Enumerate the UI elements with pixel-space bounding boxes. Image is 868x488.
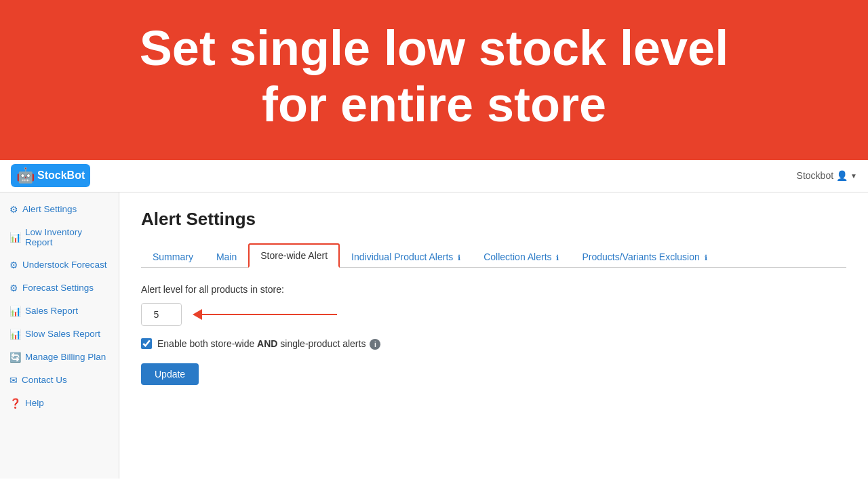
sidebar-item-contact-us[interactable]: ✉ Contact Us [0,369,119,392]
tab-summary[interactable]: Summary [141,245,205,268]
chevron-down-icon: ▼ [850,172,857,180]
sidebar-item-manage-billing-plan[interactable]: 🔄 Manage Billing Plan [0,346,119,369]
sidebar-item-label: Contact Us [22,375,67,385]
arrow-indicator [193,309,337,320]
arrow-line [201,314,337,315]
sidebar-item-label: Forecast Settings [22,283,94,293]
tab-main[interactable]: Main [205,245,248,268]
tab-main-label: Main [216,251,237,262]
sidebar-item-label: Sales Report [25,306,78,316]
main-layout: ⚙ Alert Settings 📊 Low Inventory Report … [0,192,868,479]
info-icon: ℹ [458,253,460,262]
logo-area[interactable]: 🤖 StockBot [11,164,90,187]
bar-chart-icon: 📊 [9,306,21,317]
sidebar-item-label: Low Inventory Report [25,227,109,247]
info-icon: ℹ [705,253,707,262]
help-icon: ❓ [9,398,21,409]
label-bold: AND [257,338,277,349]
tab-products-variants-exclusion-label: Products/Variants Exclusion [582,251,699,262]
content-area: Alert Settings Summary Main Store-wide A… [119,192,868,479]
gear-icon: ⚙ [9,204,18,215]
store-wide-alert-form: Alert level for all products in store: E… [141,284,846,386]
sidebar-item-label: Understock Forecast [22,260,107,270]
arrow-head-icon [193,309,202,320]
sidebar-item-forecast-settings[interactable]: ⚙ Forecast Settings [0,277,119,300]
robot-icon: 🤖 [16,167,35,184]
logo-text: StockBot [37,169,85,182]
sidebar-item-label: Alert Settings [22,204,77,214]
tab-products-variants-exclusion[interactable]: Products/Variants Exclusion ℹ [570,245,718,268]
user-menu[interactable]: Stockbot 👤 ▼ [797,170,857,181]
sidebar-item-understock-forecast[interactable]: ⚙ Understock Forecast [0,253,119,277]
logo[interactable]: 🤖 StockBot [11,164,90,187]
tab-collection-alerts[interactable]: Collection Alerts ℹ [472,245,570,268]
sidebar-item-sales-report[interactable]: 📊 Sales Report [0,300,119,323]
sidebar-item-label: Help [25,398,44,408]
top-nav: 🤖 StockBot Stockbot 👤 ▼ [0,160,868,192]
alert-level-input[interactable] [141,303,182,326]
tabs: Summary Main Store-wide Alert Individual… [141,243,846,268]
tab-individual-product-alerts-label: Individual Product Alerts [351,251,453,262]
mail-icon: ✉ [9,375,18,386]
enable-both-alerts-row: Enable both store-wide AND single-produc… [141,338,846,350]
input-arrow-row [141,303,846,326]
sidebar-item-slow-sales-report[interactable]: 📊 Slow Sales Report [0,323,119,346]
hero-text: Set single low stock level for entire st… [14,20,854,133]
info-icon[interactable]: i [370,339,380,350]
sidebar-item-help[interactable]: ❓ Help [0,392,119,415]
hero-banner: Set single low stock level for entire st… [0,0,868,160]
info-icon: ℹ [556,253,559,262]
user-label: Stockbot [797,170,833,181]
gear-icon: ⚙ [9,283,18,293]
refresh-icon: 🔄 [9,352,21,363]
enable-both-alerts-label[interactable]: Enable both store-wide AND single-produc… [157,338,380,350]
alert-level-label: Alert level for all products in store: [141,284,846,295]
tab-collection-alerts-label: Collection Alerts [484,251,551,262]
page-title: Alert Settings [141,209,846,230]
update-button[interactable]: Update [141,363,199,385]
tab-store-wide-alert[interactable]: Store-wide Alert [248,243,340,268]
sidebar-item-low-inventory-report[interactable]: 📊 Low Inventory Report [0,221,119,253]
label-suffix: single-product alerts [280,338,366,349]
tab-summary-label: Summary [153,251,193,262]
sidebar-item-label: Manage Billing Plan [25,352,106,362]
gear-icon: ⚙ [9,260,18,270]
tab-individual-product-alerts[interactable]: Individual Product Alerts ℹ [340,245,472,268]
user-icon: 👤 [836,170,848,181]
sidebar: ⚙ Alert Settings 📊 Low Inventory Report … [0,192,119,479]
tab-store-wide-alert-label: Store-wide Alert [260,250,328,261]
sidebar-item-alert-settings[interactable]: ⚙ Alert Settings [0,198,119,221]
enable-both-alerts-checkbox[interactable] [141,338,152,349]
bar-chart-icon: 📊 [9,329,21,340]
label-prefix: Enable both store-wide [157,338,257,349]
bar-chart-icon: 📊 [9,232,21,243]
sidebar-item-label: Slow Sales Report [25,329,100,339]
